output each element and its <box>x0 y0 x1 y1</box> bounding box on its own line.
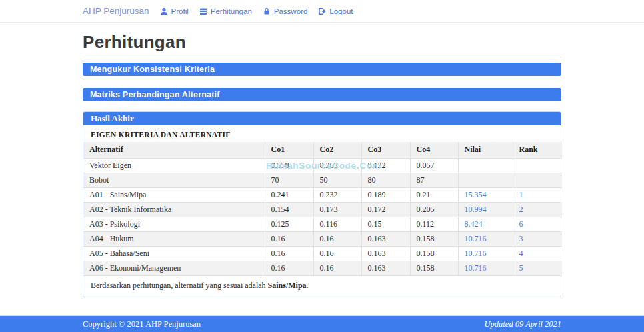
note-suffix: . <box>307 281 309 290</box>
row-value: 0.189 <box>361 187 410 202</box>
nav-item-password[interactable]: Password <box>263 7 308 15</box>
row-value: 0.241 <box>265 187 313 202</box>
column-header: Co3 <box>361 142 410 158</box>
row-value: 4 <box>513 246 562 261</box>
rank-link[interactable]: 5 <box>519 263 523 273</box>
row-value: 0.232 <box>313 187 361 202</box>
brand[interactable]: AHP Penjurusan <box>83 6 149 16</box>
column-header: Co2 <box>313 142 361 158</box>
nav-item-label: Logout <box>329 7 353 15</box>
row-value: 0.158 <box>410 231 458 246</box>
conclusion-note: Berdasarkan perhitungan, alternatif yang… <box>83 276 561 297</box>
card-subtitle: EIGEN KRITERIA DAN ALTERNATIF <box>83 125 561 142</box>
column-header: Co1 <box>265 142 313 158</box>
row-value: 0.173 <box>313 202 361 217</box>
row-value: 2 <box>513 202 562 217</box>
table-row: A02 - Teknik Informatika0.1540.1730.1720… <box>83 202 562 217</box>
nav-item-perhitungan[interactable]: Perhitungan <box>199 7 252 15</box>
row-label: A01 - Sains/Mipa <box>83 187 265 202</box>
footer-updated: Updated 09 April 2021 <box>485 319 561 329</box>
row-value: 0.205 <box>410 202 458 217</box>
row-value: 0.16 <box>313 246 361 261</box>
nilai-link[interactable]: 10.716 <box>465 234 487 243</box>
row-value: 3 <box>513 231 562 246</box>
navbar: AHP Penjurusan Profil Perhitungan Passwo… <box>0 0 644 23</box>
note-bold: Sains/Mipa <box>268 281 307 290</box>
row-value: 6 <box>513 217 562 231</box>
column-header: Nilai <box>458 142 513 158</box>
note-text: Berdasarkan perhitungan, alternatif yang… <box>91 281 268 290</box>
card-header[interactable]: Hasil Akhir <box>83 112 561 125</box>
row-value: 50 <box>313 173 361 187</box>
row-value: 10.994 <box>458 202 513 217</box>
panel-consistency[interactable]: Mengukur Konsistensi Kriteria <box>83 63 561 76</box>
table-row: Bobot70508087 <box>83 173 562 187</box>
calendar-icon <box>199 7 207 15</box>
nilai-link[interactable]: 10.716 <box>465 263 487 273</box>
page-title: Perhitungan <box>83 32 561 53</box>
row-label: A05 - Bahasa/Seni <box>83 246 265 261</box>
results-table-body: Vektor Eigen0.5580.2630.1220.057Bobot705… <box>83 158 562 275</box>
row-value: 0.158 <box>410 261 458 275</box>
table-row: A04 - Hukum0.160.160.1630.15810.7163 <box>83 231 562 246</box>
row-value <box>458 173 513 187</box>
row-value: 70 <box>265 173 313 187</box>
row-value: 0.116 <box>313 217 361 231</box>
footer-copyright: Copyright © 2021 AHP Penjurusan <box>83 319 201 329</box>
row-value: 0.163 <box>361 246 410 261</box>
result-card: Hasil Akhir EIGEN KRITERIA DAN ALTERNATI… <box>83 111 561 297</box>
row-label: A03 - Psikologi <box>83 217 265 231</box>
row-value <box>458 158 513 173</box>
row-value: 0.172 <box>361 202 410 217</box>
row-value: 0.15 <box>361 217 410 231</box>
row-label: A02 - Teknik Informatika <box>83 202 265 217</box>
column-header: Rank <box>513 142 562 158</box>
nilai-link[interactable]: 8.424 <box>465 219 483 229</box>
table-row: A01 - Sains/Mipa0.2410.2320.1890.2115.35… <box>83 187 562 202</box>
row-value: 15.354 <box>458 187 513 202</box>
title-divider <box>83 57 561 57</box>
row-label: Bobot <box>83 173 265 187</box>
row-value: 5 <box>513 261 562 275</box>
row-value: 0.16 <box>313 261 361 275</box>
nilai-link[interactable]: 10.716 <box>465 249 487 258</box>
row-value: 0.21 <box>410 187 458 202</box>
table-row: A05 - Bahasa/Seni0.160.160.1630.15810.71… <box>83 246 562 261</box>
rank-link[interactable]: 4 <box>519 249 523 258</box>
row-value <box>513 173 562 187</box>
logout-icon <box>318 7 326 15</box>
row-value: 0.16 <box>265 261 313 275</box>
nav-item-logout[interactable]: Logout <box>318 7 353 15</box>
user-icon <box>160 7 168 15</box>
row-value: 10.716 <box>458 246 513 261</box>
rank-link[interactable]: 1 <box>519 190 523 199</box>
nilai-link[interactable]: 10.994 <box>465 205 487 214</box>
row-value: 0.16 <box>313 231 361 246</box>
table-header-row: AlternatifCo1Co2Co3Co4NilaiRank <box>83 142 562 158</box>
lock-icon <box>263 7 271 15</box>
row-value: 10.716 <box>458 231 513 246</box>
row-value: 0.057 <box>410 158 458 173</box>
rank-link[interactable]: 6 <box>519 219 523 229</box>
row-value: 0.154 <box>265 202 313 217</box>
row-value: 0.158 <box>410 246 458 261</box>
nav-item-label: Password <box>274 7 308 15</box>
rank-link[interactable]: 2 <box>519 205 523 214</box>
row-value: 0.16 <box>265 246 313 261</box>
column-header: Alternatif <box>83 142 265 158</box>
row-value: 0.125 <box>265 217 313 231</box>
nav-item-profil[interactable]: Profil <box>160 7 189 15</box>
row-value: 1 <box>513 187 562 202</box>
nav-item-label: Profil <box>171 7 189 15</box>
row-label: A04 - Hukum <box>83 231 265 246</box>
rank-link[interactable]: 3 <box>519 234 523 243</box>
row-value: 0.112 <box>410 217 458 231</box>
row-value: 80 <box>361 173 410 187</box>
row-value: 0.16 <box>265 231 313 246</box>
table-row: A06 - Ekonomi/Managemen0.160.160.1630.15… <box>83 261 562 275</box>
row-value: 87 <box>410 173 458 187</box>
nav-item-label: Perhitungan <box>211 7 252 15</box>
nilai-link[interactable]: 15.354 <box>465 190 487 199</box>
panel-matrix[interactable]: Matriks Perbandingan Alternatif <box>83 88 561 101</box>
footer: Copyright © 2021 AHP Penjurusan Updated … <box>0 315 644 332</box>
